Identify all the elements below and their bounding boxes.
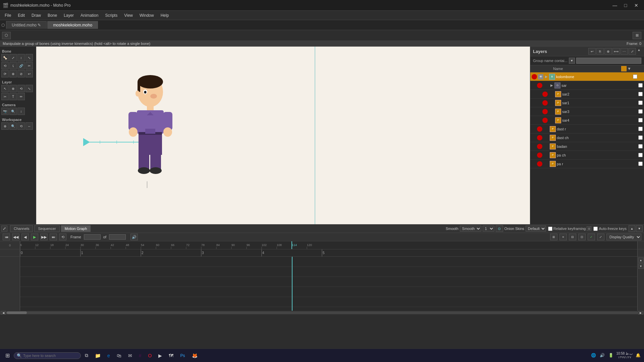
bone-tool-8[interactable]: ✂: [25, 62, 33, 69]
task-view-btn[interactable]: ⧉: [82, 351, 91, 360]
tab-motion-graph[interactable]: Motion Graph: [61, 225, 91, 232]
workspace-tool-4[interactable]: ↔: [25, 122, 33, 130]
bone-tool-6[interactable]: ⤹: [9, 62, 17, 69]
camera-tool-1[interactable]: 📷: [1, 108, 9, 115]
store-btn[interactable]: 🛍: [114, 352, 124, 360]
layer-tool-copy[interactable]: ⎘: [596, 48, 604, 55]
onion-skins-dropdown[interactable]: Default: [526, 226, 546, 232]
file-explorer-btn[interactable]: 📁: [92, 352, 103, 360]
edge-btn[interactable]: e: [105, 352, 113, 360]
track-content-area[interactable]: [20, 257, 637, 311]
scrollbar-track[interactable]: [6, 311, 638, 314]
timeline-expand-icon[interactable]: ⤢: [1, 226, 7, 232]
layer-tool-7[interactable]: ✏: [17, 93, 25, 100]
layer-expand-sar[interactable]: ▶: [550, 83, 554, 87]
minimize-button[interactable]: —: [610, 2, 620, 9]
track-scroll-up[interactable]: ▲: [638, 257, 644, 263]
menu-scripts[interactable]: Scripts: [102, 12, 121, 19]
notification-icon[interactable]: 🔔: [635, 352, 641, 359]
layer-item-dast-ch[interactable]: P dast ch: [530, 133, 644, 142]
scroll-left-btn[interactable]: ◀: [1, 311, 6, 314]
layer-tool-add[interactable]: ⊕: [604, 48, 612, 55]
layer-checkbox-sar1[interactable]: [638, 101, 643, 105]
layer-item-pa-ch[interactable]: P pa ch: [530, 151, 644, 160]
layer-tool-4[interactable]: ⤡: [25, 85, 33, 92]
tl-scroll-up[interactable]: ▲: [629, 225, 635, 232]
canvas-area[interactable]: [36, 47, 530, 224]
auto-freeze-input[interactable]: [593, 227, 598, 231]
menu-draw[interactable]: Draw: [28, 12, 44, 19]
bone-tool-4[interactable]: ⤡: [25, 54, 33, 61]
scrollbar-thumb[interactable]: [7, 311, 27, 314]
layer-tool-5[interactable]: ✂: [1, 93, 9, 100]
tab-sequencer[interactable]: Sequencer: [34, 225, 59, 232]
layer-tool-1[interactable]: ↖: [1, 85, 9, 92]
onion-skin-icon[interactable]: ⊙: [496, 225, 503, 232]
layer-tool-3[interactable]: ⟲: [17, 85, 25, 92]
smooth-value-dropdown[interactable]: 1 2: [483, 226, 494, 232]
menu-bone[interactable]: Bone: [44, 12, 60, 19]
camera-tool-2[interactable]: 🔍: [9, 108, 17, 115]
clock-area[interactable]: 10:58 ب.ظ ۱۳۹۹/۱/۲۷: [616, 352, 633, 359]
close-button[interactable]: ✕: [631, 2, 641, 9]
tl-scroll-down[interactable]: ▼: [636, 225, 643, 232]
layer-checkbox-sar[interactable]: [638, 83, 643, 87]
layer-checkbox-pa-ch[interactable]: [638, 153, 643, 157]
group-filter-input[interactable]: [576, 58, 641, 64]
layer-expand-kolombone[interactable]: ▶: [544, 75, 548, 78]
bone-tool-9[interactable]: ⟳: [1, 70, 9, 77]
taskbar-search-box[interactable]: 🔍: [14, 352, 81, 359]
audio-btn[interactable]: 🔊: [130, 234, 138, 240]
menu-view[interactable]: View: [121, 12, 136, 19]
menu-file[interactable]: File: [1, 12, 14, 19]
fast-forward-btn[interactable]: ▶▶: [40, 234, 48, 240]
toolbar-layers-icon[interactable]: ⊞: [633, 32, 641, 39]
display-quality-select[interactable]: Display Quality Full Half Quarter: [606, 234, 641, 240]
view-fullscreen-btn[interactable]: ⤢: [597, 234, 604, 240]
layer-tool-move[interactable]: ⟺: [612, 48, 620, 55]
layer-item-sar3[interactable]: P sar3: [530, 107, 644, 116]
volume-icon[interactable]: 🔊: [599, 352, 605, 359]
layer-tool-more[interactable]: ⋯: [621, 48, 628, 55]
maps-btn[interactable]: 🗺: [166, 352, 176, 360]
layer-item-dast-r[interactable]: P dast r: [530, 125, 644, 133]
layer-item-badan[interactable]: P badan: [530, 142, 644, 151]
layer-checkbox-dast-r[interactable]: [638, 127, 643, 131]
loop-btn[interactable]: ⟲: [59, 234, 66, 240]
tab-untitled[interactable]: Untitled.moho ✎: [6, 21, 47, 29]
auto-freeze-check[interactable]: Auto-freeze keys: [593, 227, 627, 231]
start-btn[interactable]: ⊞: [3, 351, 12, 360]
maximize-button[interactable]: □: [621, 2, 631, 9]
layer-tool-expand[interactable]: ⤢: [629, 48, 636, 55]
relative-keyframing-check[interactable]: Relative keyframing ⊡: [548, 226, 592, 231]
view-mode-btn-1[interactable]: ⊞: [550, 234, 557, 240]
taskbar-search-input[interactable]: [23, 354, 70, 358]
menu-animation[interactable]: Animation: [77, 12, 102, 19]
layer-item-kolombone[interactable]: 👁 ▶ B kolombone: [530, 72, 644, 81]
bone-tool-12[interactable]: ↩: [25, 70, 33, 77]
slack-btn[interactable]: #: [136, 352, 144, 360]
layer-vis-icon-sar[interactable]: [543, 83, 549, 88]
layer-item-sar[interactable]: ▶ G sar: [530, 81, 644, 90]
filter-dropdown-btn[interactable]: ▼: [569, 58, 575, 64]
frame-total-input[interactable]: 240: [109, 234, 126, 240]
bone-tool-3[interactable]: ↕: [17, 54, 25, 61]
layers-collapse-btn[interactable]: ▲: [637, 48, 641, 55]
opera-btn[interactable]: O: [146, 352, 155, 360]
workspace-tool-2[interactable]: 🔍: [9, 122, 17, 130]
layer-tool-undo[interactable]: ↩: [588, 48, 596, 55]
media-btn[interactable]: ▶: [156, 352, 165, 360]
view-mode-btn-3[interactable]: ⊟: [569, 234, 576, 240]
prev-frame-btn[interactable]: ◀: [21, 234, 29, 240]
view-check-btn[interactable]: ✓: [588, 234, 595, 240]
firefox-btn[interactable]: 🦊: [189, 352, 200, 360]
workspace-tool-3[interactable]: ⟲: [17, 122, 25, 130]
network-icon[interactable]: 🌐: [590, 352, 597, 359]
bone-tool-11[interactable]: ⊘: [17, 70, 25, 77]
layer-checkbox-sar2[interactable]: [638, 92, 643, 96]
layer-checkbox-pa-r[interactable]: [638, 162, 643, 166]
step-back-btn[interactable]: ◀◀: [12, 234, 19, 240]
col-dropdown-arrow[interactable]: ▼: [627, 66, 631, 71]
play-to-end-btn[interactable]: ⏭: [50, 234, 57, 240]
layer-item-sar2[interactable]: P sar2: [530, 90, 644, 99]
